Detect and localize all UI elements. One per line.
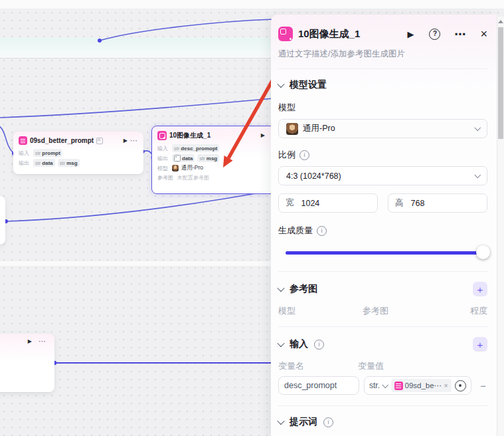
node2-run-button[interactable]: ▶ [261, 133, 265, 138]
node2-input-label: 输入 [157, 145, 169, 152]
scroll-up-icon[interactable] [498, 20, 503, 23]
var-tag: str prompt [33, 149, 62, 157]
divider [278, 271, 487, 272]
prompt-node-icon [19, 136, 27, 145]
edge-left-node [6, 190, 274, 221]
var-type: str [35, 150, 41, 156]
node4-run-button[interactable]: ▶ [28, 339, 32, 344]
note-icon [96, 138, 103, 144]
divider [278, 326, 487, 327]
info-icon[interactable] [323, 417, 333, 427]
chevron-down-icon[interactable] [277, 417, 284, 425]
edge-top-port[interactable] [98, 39, 102, 43]
node1-output-label: 输出 [19, 160, 31, 167]
var-name: data [182, 156, 193, 162]
var-type-select[interactable]: str. [369, 381, 380, 390]
more-icon[interactable]: ⋯ [454, 29, 466, 40]
col-var-name: 变量名 [278, 360, 304, 372]
input-columns: 变量名 变量值 [278, 360, 487, 371]
quality-slider[interactable] [278, 245, 487, 260]
edge-top [100, 19, 274, 41]
var-name: desc_promopt [181, 146, 217, 152]
col-var-value: 变量值 [358, 360, 384, 372]
chevron-down-icon [474, 124, 480, 130]
section-title: 提示词 [290, 416, 317, 428]
panel-title: 10图像生成_1 [298, 28, 407, 41]
edge-upper [0, 98, 274, 118]
chevron-down-icon[interactable] [277, 284, 284, 292]
node2-ref-label: 参考图 [157, 174, 175, 181]
node2-output-row: 输出 data str msg [152, 154, 274, 162]
help-icon[interactable]: ? [429, 29, 440, 40]
node2-model-label: 模型 [157, 165, 169, 172]
height-prefix: 高 [395, 197, 404, 209]
section-title: 参考图 [290, 283, 317, 295]
section-title: 模型设置 [290, 79, 327, 91]
section-reference[interactable]: 参考图 + [278, 282, 487, 296]
var-name: data [42, 160, 52, 166]
node2-header: 10图像生成_1 ▶ [152, 126, 274, 142]
chevron-down-icon [382, 382, 388, 387]
width-prefix: 宽 [286, 197, 294, 209]
model-avatar [172, 165, 179, 171]
model-select[interactable]: 通用-Pro [278, 119, 487, 138]
ratio-select-value: 4:3 (1024*768) [286, 171, 471, 181]
col-image: 参考图 [363, 305, 388, 317]
width-input[interactable] [300, 198, 371, 209]
height-field[interactable]: 高 [388, 193, 487, 213]
node1-input-row: 输入 str prompt [13, 149, 143, 157]
node2-output-label: 输出 [157, 155, 169, 162]
image-type-icon [174, 155, 181, 162]
var-name: prompt [42, 150, 60, 156]
panel-scrollbar[interactable] [497, 17, 504, 436]
circle-dot-icon[interactable] [455, 380, 466, 391]
node-left-partial[interactable] [0, 196, 5, 245]
var-type: str [174, 146, 179, 152]
var-tag: str data [33, 159, 55, 167]
info-icon[interactable] [299, 150, 309, 160]
close-icon[interactable]: × [480, 28, 487, 40]
node-09sd-better-prompt[interactable]: 09sd_better_prompt ▶ ⋯ 输入 str prompt 输出 … [13, 132, 143, 174]
section-prompt[interactable]: 提示词 [278, 416, 487, 428]
node1-more-button[interactable]: ⋯ [130, 137, 138, 144]
chevron-down-icon [474, 171, 480, 177]
divider [278, 68, 487, 69]
node1-run-button[interactable]: ▶ [124, 138, 127, 144]
var-type: str [199, 156, 205, 162]
slider-track[interactable] [286, 251, 486, 255]
slider-thumb[interactable] [476, 245, 490, 259]
section-model-settings[interactable]: 模型设置 [278, 79, 487, 91]
var-name-input[interactable] [278, 376, 359, 395]
section-title: 输入 [290, 338, 308, 350]
chevron-down-icon[interactable] [277, 340, 284, 347]
var-value-group[interactable]: str. 09sd_be⋯ × [364, 376, 471, 395]
info-icon[interactable] [314, 340, 324, 350]
ratio-label: 比例 [278, 149, 487, 161]
node4-more-button[interactable]: ⋯ [39, 338, 46, 345]
height-input[interactable] [410, 198, 481, 209]
reference-columns: 模型 参考图 程度 [278, 305, 487, 316]
node1-header: 09sd_better_prompt ▶ ⋯ [13, 132, 143, 147]
info-icon[interactable] [317, 226, 327, 236]
add-reference-button[interactable]: + [473, 282, 487, 296]
scrollbar-thumb[interactable] [498, 27, 503, 139]
panel-subtitle: 通过文字描述/添加参考图生成图片 [278, 49, 487, 60]
width-field[interactable]: 宽 [278, 193, 378, 213]
remove-reference-icon[interactable]: × [444, 382, 448, 389]
node2-model-row: 模型 通用-Pro [152, 164, 274, 172]
var-tag: data [172, 154, 195, 162]
run-button[interactable]: ▶ [407, 30, 414, 39]
remove-input-button[interactable]: − [480, 380, 487, 391]
ratio-select[interactable]: 4:3 (1024*768) [278, 166, 487, 185]
input-row: str. 09sd_be⋯ × − [278, 376, 487, 395]
model-label: 模型 [278, 102, 487, 114]
node-image-gen[interactable]: 10图像生成_1 ▶ 输入 str desc_promopt 输出 data s… [151, 126, 275, 194]
image-gen-node-icon [157, 131, 167, 140]
add-input-button[interactable]: + [473, 337, 487, 352]
chevron-down-icon[interactable] [277, 80, 284, 88]
node-bottom-partial[interactable]: ▶ ⋯ [0, 334, 54, 392]
reference-var-tag[interactable]: 09sd_be⋯ × [391, 379, 452, 392]
section-input[interactable]: 输入 + [278, 337, 487, 352]
quality-label: 生成质量 [278, 225, 487, 237]
var-name: msg [66, 160, 77, 166]
